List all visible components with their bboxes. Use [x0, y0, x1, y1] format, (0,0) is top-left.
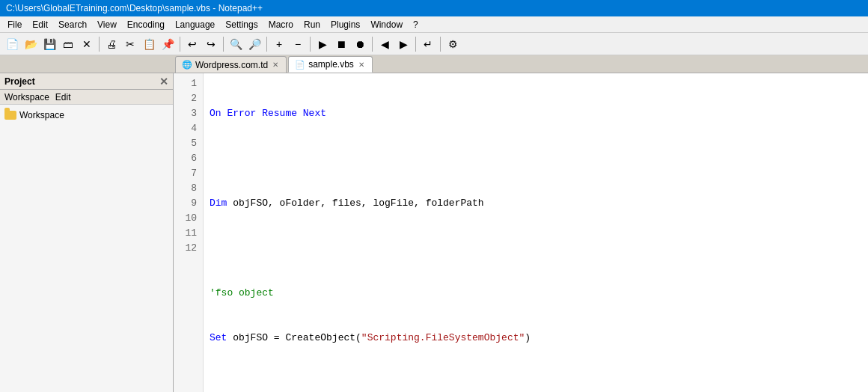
title-bar: C:\Users\GlobalETraining.com\Desktop\sam… [0, 0, 868, 16]
workspace-label: Workspace [19, 110, 64, 120]
sidebar-submenu: Workspace Edit [0, 90, 173, 105]
sidebar-edit-link[interactable]: Edit [55, 92, 71, 102]
wrap-button[interactable]: ↵ [419, 35, 437, 53]
code-line-1: On Error Resume Next [210, 106, 862, 121]
find-button[interactable]: 🔍 [227, 35, 245, 53]
menu-window[interactable]: Window [366, 18, 407, 31]
code-container: 1 2 3 4 5 6 7 8 9 10 11 12 On Error Resu… [174, 73, 868, 392]
menu-view[interactable]: View [93, 18, 121, 31]
sidebar-content: Workspace [0, 105, 173, 392]
paste-button[interactable]: 📌 [159, 35, 177, 53]
zoom-out-button[interactable]: − [289, 35, 307, 53]
save-button[interactable]: 💾 [40, 35, 58, 53]
tab-samplevbs[interactable]: 📄 sample.vbs ✕ [288, 56, 373, 73]
tab-wordpress-icon: 🌐 [182, 60, 192, 70]
sidebar-header: Project ✕ [0, 73, 173, 90]
toolbar: 📄 📂 💾 🗃 ✕ 🖨 ✂ 📋 📌 ↩ ↪ 🔍 🔎 + − ▶ ⏹ ⏺ ◀ ▶ … [0, 33, 868, 55]
menu-search[interactable]: Search [54, 18, 91, 31]
sidebar-workspace-link[interactable]: Workspace [4, 92, 49, 102]
toolbar-sep-8 [440, 37, 441, 52]
tree-workspace-item[interactable]: Workspace [1, 108, 171, 123]
line-num-8: 8 [180, 181, 197, 196]
workspace-folder-icon [4, 109, 16, 121]
menu-plugins[interactable]: Plugins [326, 18, 364, 31]
code-line-5: 'fso object [210, 286, 862, 301]
menu-language[interactable]: Language [171, 18, 219, 31]
tab-wordpress[interactable]: 🌐 Wordpress.com.td ✕ [175, 56, 287, 73]
tab-bar: 🌐 Wordpress.com.td ✕ 📄 sample.vbs ✕ [0, 55, 868, 73]
toolbar-sep-6 [372, 37, 373, 52]
tab-samplevbs-close[interactable]: ✕ [357, 61, 366, 69]
tab-wordpress-close[interactable]: ✕ [271, 61, 280, 69]
stop-macro-button[interactable]: ⏹ [332, 35, 350, 53]
code-line-6: Set objFSO = CreateObject("Scripting.Fil… [210, 331, 862, 346]
menu-bar: File Edit Search View Encoding Language … [0, 16, 868, 33]
menu-file[interactable]: File [3, 18, 26, 31]
record-macro-button[interactable]: ⏺ [351, 35, 369, 53]
new-button[interactable]: 📄 [3, 35, 21, 53]
code-line-3: Dim objFSO, oFolder, files, logFile, fol… [210, 196, 862, 211]
menu-edit[interactable]: Edit [28, 18, 52, 31]
find-replace-button[interactable]: 🔎 [245, 35, 263, 53]
line-num-5: 5 [180, 136, 197, 151]
line-num-11: 11 [180, 226, 197, 241]
toolbar-sep-4 [266, 37, 267, 52]
run-macro-button[interactable]: ▶ [314, 35, 331, 53]
toolbar-sep-3 [223, 37, 224, 52]
line-num-4: 4 [180, 121, 197, 136]
code-lines[interactable]: On Error Resume Next Dim objFSO, oFolder… [204, 73, 868, 392]
sidebar-close-button[interactable]: ✕ [159, 76, 168, 88]
line-num-7: 7 [180, 166, 197, 181]
line-num-10: 10 [180, 211, 197, 226]
code-line-4 [210, 241, 862, 256]
title-text: C:\Users\GlobalETraining.com\Desktop\sam… [6, 3, 263, 13]
close-button[interactable]: ✕ [78, 35, 96, 53]
zoom-in-button[interactable]: + [270, 35, 288, 53]
main-layout: Project ✕ Workspace Edit Workspace 1 2 3… [0, 73, 868, 392]
line-numbers: 1 2 3 4 5 6 7 8 9 10 11 12 [174, 73, 204, 392]
menu-settings[interactable]: Settings [221, 18, 262, 31]
menu-encoding[interactable]: Encoding [123, 18, 169, 31]
tab-samplevbs-icon: 📄 [295, 60, 305, 70]
line-num-6: 6 [180, 151, 197, 166]
sidebar-title: Project [4, 76, 35, 87]
toolbar-sep-5 [310, 37, 311, 52]
code-line-7 [210, 376, 862, 391]
save-all-button[interactable]: 🗃 [59, 35, 77, 53]
next-button[interactable]: ▶ [394, 35, 412, 53]
undo-button[interactable]: ↩ [183, 35, 201, 53]
menu-run[interactable]: Run [299, 18, 325, 31]
line-num-2: 2 [180, 91, 197, 106]
toolbar-sep-7 [415, 37, 416, 52]
sidebar: Project ✕ Workspace Edit Workspace [0, 73, 174, 392]
cut-button[interactable]: ✂ [121, 35, 139, 53]
menu-macro[interactable]: Macro [264, 18, 298, 31]
tab-wordpress-label: Wordpress.com.td [195, 60, 268, 70]
toolbar-sep-2 [180, 37, 180, 52]
line-num-3: 3 [180, 106, 197, 121]
copy-button[interactable]: 📋 [140, 35, 158, 53]
line-num-9: 9 [180, 196, 197, 211]
open-button[interactable]: 📂 [22, 35, 40, 53]
print-button[interactable]: 🖨 [103, 35, 120, 53]
toolbar-sep-1 [99, 37, 100, 52]
editor-area[interactable]: 1 2 3 4 5 6 7 8 9 10 11 12 On Error Resu… [174, 73, 868, 392]
line-num-12: 12 [180, 241, 197, 256]
extra-button[interactable]: ⚙ [444, 35, 462, 53]
line-num-1: 1 [180, 76, 197, 91]
redo-button[interactable]: ↪ [202, 35, 220, 53]
code-line-2 [210, 151, 862, 166]
menu-help[interactable]: ? [409, 18, 423, 31]
tab-samplevbs-label: sample.vbs [308, 59, 354, 70]
prev-button[interactable]: ◀ [376, 35, 394, 53]
